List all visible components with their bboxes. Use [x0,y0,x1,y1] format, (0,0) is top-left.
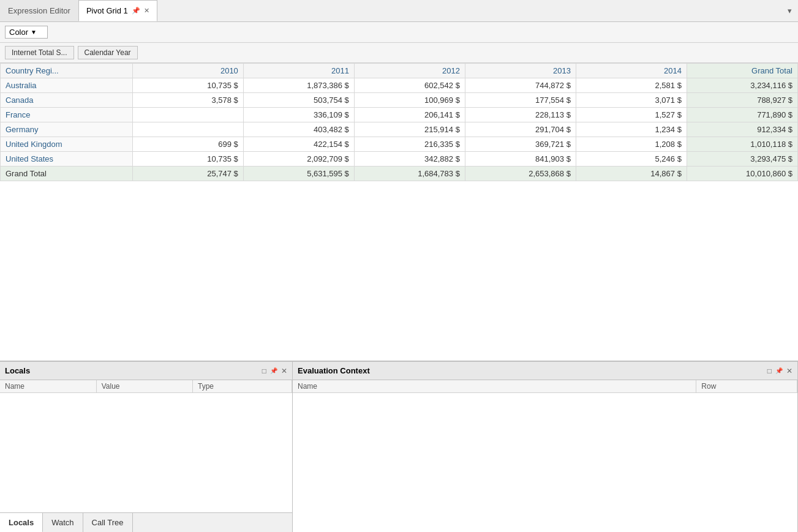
pivot-row-header[interactable]: Germany [1,122,133,137]
internet-total-filter-button[interactable]: Internet Total S... [5,46,74,59]
tab-locals[interactable]: Locals [0,513,43,532]
pivot-data-cell: 1,234 $ [576,122,687,137]
eval-restore-icon[interactable]: □ [767,367,772,375]
pivot-header-row: Country Regi... 2010 2011 2012 2013 2014… [1,64,798,78]
eval-header-row: Name Row [293,380,797,393]
locals-bottom-tabs: Locals Watch Call Tree [0,512,292,532]
tab-pivot-grid-1[interactable]: Pivot Grid 1 📌 ✕ [78,0,157,21]
pivot-col-grand-total[interactable]: Grand Total [687,64,797,78]
eval-grid: Name Row [293,380,797,393]
eval-close-icon[interactable]: ✕ [786,367,792,375]
pivot-data-cell: 177,554 $ [465,93,576,108]
locals-panel: Locals □ 📌 ✕ Name Value Type Locals Watc… [0,362,293,532]
pivot-corner-cell: Country Regi... [1,64,133,78]
pivot-col-2014[interactable]: 2014 [576,64,687,78]
pivot-data-cell [132,108,243,122]
color-dropdown[interactable]: Color ▼ [5,26,48,39]
pivot-col-2011[interactable]: 2011 [243,64,354,78]
pivot-data-cell: 291,704 $ [465,122,576,137]
main-content-area: Color ▼ Internet Total S... Calendar Yea… [0,22,798,361]
tab-call-tree[interactable]: Call Tree [83,513,133,532]
tab-expression-editor[interactable]: Expression Editor [0,0,78,21]
locals-panel-title: Locals [5,366,258,375]
close-icon[interactable]: ✕ [144,7,149,15]
pivot-col-2010[interactable]: 2010 [132,64,243,78]
eval-panel-content: Name Row [293,380,797,532]
pivot-data-cell: 771,890 $ [687,108,797,122]
pivot-col-2013[interactable]: 2013 [465,64,576,78]
eval-col-name: Name [293,380,696,393]
locals-grid: Name Value Type [0,380,292,393]
pivot-data-row: Australia10,735 $1,873,386 $602,542 $744… [1,78,798,93]
dropdown-arrow-icon: ▾ [788,6,792,15]
pivot-data-cell [132,122,243,137]
expression-editor-tab-label: Expression Editor [8,6,70,15]
pivot-data-cell: 10,010,860 $ [687,167,797,181]
locals-pin-icon[interactable]: 📌 [270,367,277,374]
pivot-data-cell: 2,092,709 $ [243,152,354,167]
tab-dropdown[interactable]: ▾ [781,0,798,21]
pivot-data-cell: 422,154 $ [243,137,354,152]
locals-panel-content: Name Value Type [0,380,292,512]
pivot-data-row: Canada3,578 $503,754 $100,969 $177,554 $… [1,93,798,108]
pivot-data-cell: 1,010,118 $ [687,137,797,152]
pivot-col-2012[interactable]: 2012 [354,64,465,78]
pin-icon[interactable]: 📌 [132,7,140,15]
pivot-data-cell: 912,334 $ [687,122,797,137]
locals-restore-icon[interactable]: □ [262,367,266,375]
pivot-data-cell: 100,969 $ [354,93,465,108]
pivot-data-cell: 602,542 $ [354,78,465,93]
color-dropdown-arrow-icon: ▼ [31,29,37,36]
pivot-data-cell: 10,735 $ [132,152,243,167]
locals-col-name: Name [0,380,96,393]
locals-close-icon[interactable]: ✕ [281,367,287,375]
locals-panel-header: Locals □ 📌 ✕ [0,362,292,380]
pivot-data-cell: 25,747 $ [132,167,243,181]
pivot-data-cell: 3,234,116 $ [687,78,797,93]
filter-bar: Internet Total S... Calendar Year [0,43,798,63]
pivot-data-row: Germany403,482 $215,914 $291,704 $1,234 … [1,122,798,137]
pivot-data-cell: 744,872 $ [465,78,576,93]
tab-watch[interactable]: Watch [43,513,83,532]
pivot-data-cell: 5,246 $ [576,152,687,167]
pivot-data-cell: 841,903 $ [465,152,576,167]
pivot-row-header[interactable]: Australia [1,78,133,93]
eval-panel-title: Evaluation Context [298,366,764,375]
locals-col-type: Type [192,380,292,393]
pivot-data-cell: 10,735 $ [132,78,243,93]
pivot-data-cell: 1,208 $ [576,137,687,152]
color-bar: Color ▼ [0,22,798,43]
pivot-data-cell: 215,914 $ [354,122,465,137]
pivot-row-header[interactable]: United States [1,152,133,167]
pivot-data-cell: 403,482 $ [243,122,354,137]
pivot-data-row: Grand Total25,747 $5,631,595 $1,684,783 … [1,167,798,181]
eval-pin-icon[interactable]: 📌 [775,367,783,374]
pivot-data-cell: 216,335 $ [354,137,465,152]
locals-col-value: Value [96,380,192,393]
pivot-row-header[interactable]: Canada [1,93,133,108]
pivot-data-cell: 2,581 $ [576,78,687,93]
pivot-data-cell: 14,867 $ [576,167,687,181]
tab-bar: Expression Editor Pivot Grid 1 📌 ✕ ▾ [0,0,798,22]
pivot-data-cell: 342,882 $ [354,152,465,167]
pivot-data-cell: 699 $ [132,137,243,152]
pivot-row-header[interactable]: United Kingdom [1,137,133,152]
pivot-data-cell: 1,873,386 $ [243,78,354,93]
pivot-container: Country Regi... 2010 2011 2012 2013 2014… [0,63,798,361]
pivot-data-cell: 3,293,475 $ [687,152,797,167]
pivot-data-cell: 206,141 $ [354,108,465,122]
pivot-data-cell: 1,684,783 $ [354,167,465,181]
color-label: Color [9,28,28,37]
pivot-row-header[interactable]: Grand Total [1,167,133,181]
pivot-data-cell: 503,754 $ [243,93,354,108]
eval-col-row: Row [696,380,797,393]
pivot-data-cell: 228,113 $ [465,108,576,122]
pivot-data-cell: 369,721 $ [465,137,576,152]
pivot-row-header[interactable]: France [1,108,133,122]
calendar-year-filter-button[interactable]: Calendar Year [78,46,138,59]
pivot-data-cell: 3,071 $ [576,93,687,108]
bottom-area: Locals □ 📌 ✕ Name Value Type Locals Watc… [0,361,798,532]
pivot-body: Australia10,735 $1,873,386 $602,542 $744… [1,78,798,181]
pivot-data-cell: 788,927 $ [687,93,797,108]
pivot-data-row: United Kingdom699 $422,154 $216,335 $369… [1,137,798,152]
